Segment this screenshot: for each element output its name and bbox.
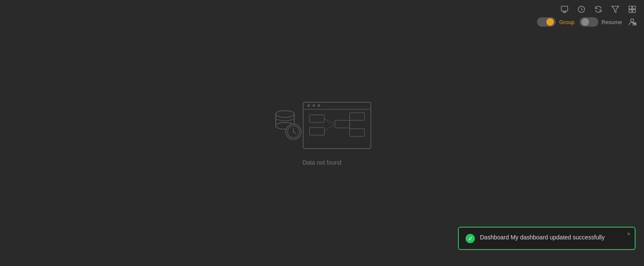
filter-icon[interactable] — [610, 4, 620, 14]
history-icon[interactable] — [576, 4, 586, 14]
toast-notification: Dashboard My dashboard updated successfu… — [458, 227, 636, 250]
svg-point-10 — [276, 111, 294, 117]
svg-marker-3 — [612, 6, 619, 13]
svg-point-19 — [293, 131, 294, 133]
group-toggle-group: Group — [537, 17, 574, 27]
empty-illustration — [271, 100, 373, 151]
share-icon[interactable] — [559, 4, 570, 14]
svg-rect-26 — [310, 128, 324, 135]
toast-message: Dashboard My dashboard updated successfu… — [480, 233, 605, 242]
toolbar — [553, 0, 644, 19]
svg-rect-6 — [629, 10, 632, 13]
layout-icon[interactable] — [627, 4, 637, 14]
svg-rect-28 — [350, 113, 364, 120]
group-toggle[interactable] — [537, 17, 556, 27]
empty-state-message: Data not found — [303, 159, 342, 166]
toast-success-icon — [466, 234, 475, 243]
svg-rect-0 — [562, 6, 568, 11]
resume-label: Resume — [602, 19, 622, 25]
empty-state: Data not found — [271, 100, 373, 166]
svg-point-22 — [307, 104, 310, 107]
svg-rect-7 — [633, 10, 636, 13]
svg-point-24 — [318, 104, 320, 107]
svg-point-23 — [312, 104, 315, 107]
refresh-icon[interactable] — [593, 4, 603, 14]
svg-rect-4 — [629, 6, 632, 9]
group-label: Group — [559, 19, 574, 25]
resume-toggle-group: Resume — [580, 17, 622, 27]
resume-toggle[interactable] — [580, 17, 598, 27]
user-mail-icon[interactable] — [627, 17, 637, 27]
svg-rect-29 — [350, 129, 364, 136]
svg-rect-27 — [335, 120, 350, 128]
toast-close-button[interactable]: × — [627, 231, 630, 237]
svg-line-30 — [324, 119, 335, 124]
svg-line-31 — [324, 124, 335, 131]
controls-row: Group Resume — [537, 17, 637, 27]
svg-rect-25 — [310, 115, 324, 122]
svg-rect-5 — [633, 6, 636, 9]
svg-point-8 — [630, 19, 633, 22]
